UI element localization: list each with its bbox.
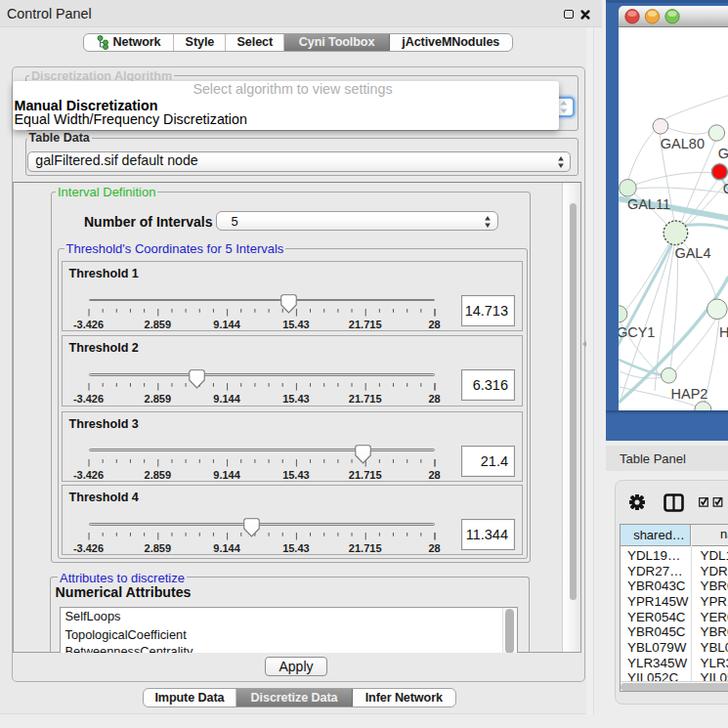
svg-text:GAL4: GAL4	[674, 244, 710, 260]
svg-text:GCY1: GCY1	[619, 323, 655, 339]
svg-text:GA: GA	[717, 145, 728, 160]
svg-text:HAP2: HAP2	[670, 386, 707, 402]
svg-text:GAL80: GAL80	[660, 136, 704, 151]
svg-text:H: H	[719, 323, 728, 339]
svg-text:GAL11: GAL11	[626, 196, 669, 212]
svg-text:G: G	[722, 181, 728, 196]
